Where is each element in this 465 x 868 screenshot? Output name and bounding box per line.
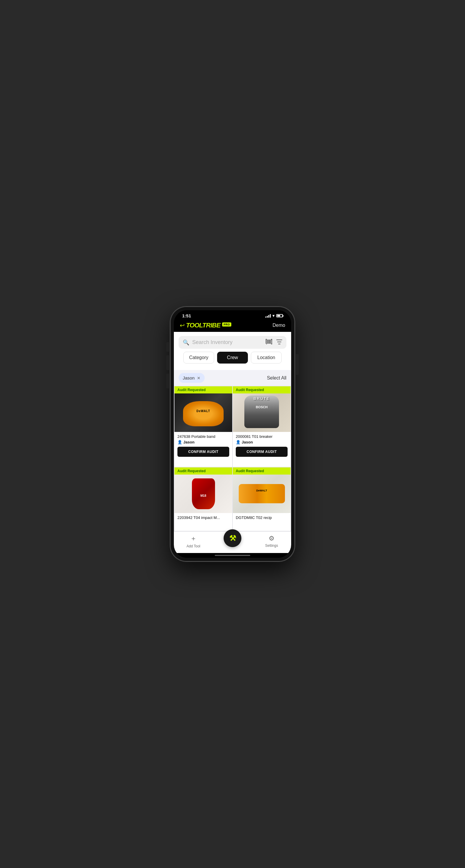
side-buttons-right xyxy=(296,354,299,375)
filter-tags-row: Jason ✕ Select All xyxy=(174,370,291,386)
svg-rect-4 xyxy=(269,340,269,344)
card-title-4: DGTDM8C T02 recip xyxy=(236,516,288,520)
audit-badge-1: Audit Requested xyxy=(174,386,232,394)
audit-badge-3: Audit Requested xyxy=(174,467,232,474)
user-icon-1: 👤 xyxy=(177,440,182,444)
volume-up-button xyxy=(166,355,169,370)
home-logo-icon: ⚒ xyxy=(229,534,236,543)
tab-crew[interactable]: Crew xyxy=(217,352,248,364)
home-button[interactable]: ⚒ xyxy=(224,529,241,547)
nav-settings[interactable]: ⚙ Settings xyxy=(252,535,291,548)
search-input[interactable]: Search Inventory xyxy=(192,339,263,345)
pro-badge: PRO xyxy=(222,322,231,327)
add-icon: ＋ xyxy=(190,534,197,543)
battery-icon xyxy=(276,314,283,317)
svg-rect-0 xyxy=(266,340,266,344)
svg-rect-10 xyxy=(277,342,281,342)
phone-screen: 1:51 ▾ ↩ TOOLTRIBE PRO Demo xyxy=(174,310,291,558)
tab-category[interactable]: Category xyxy=(183,352,214,364)
inventory-card-2: Audit Requested BRUTE 2000081 T01 breake… xyxy=(233,386,291,467)
nav-center: ⚒ xyxy=(213,535,252,547)
power-button xyxy=(296,354,299,375)
settings-label: Settings xyxy=(265,544,278,548)
inventory-card-1: Audit Requested 247638 Portable band 👤 J… xyxy=(174,386,232,467)
logo-text: TOOLTRIBE xyxy=(186,322,220,329)
card-info-2: 2000081 T01 breaker 👤 Jason CONFIRM AUDI… xyxy=(233,432,291,467)
card-image-1 xyxy=(174,394,232,432)
card-image-2: BRUTE xyxy=(233,394,291,432)
svg-rect-9 xyxy=(276,340,282,340)
app-logo: ↩ TOOLTRIBE PRO xyxy=(180,322,231,329)
filter-icon[interactable] xyxy=(276,339,282,346)
brute-label: BRUTE xyxy=(254,396,270,401)
tab-location[interactable]: Location xyxy=(251,352,282,364)
inventory-card-3: Audit Requested 2203942 T04 impact M... xyxy=(174,467,232,531)
card-title-1: 247638 Portable band xyxy=(177,434,229,439)
settings-icon: ⚙ xyxy=(269,535,274,542)
confirm-audit-button-1[interactable]: CONFIRM AUDIT xyxy=(177,447,229,457)
add-tool-label: Add Tool xyxy=(186,544,200,548)
card-info-1: 247638 Portable band 👤 Jason CONFIRM AUD… xyxy=(174,432,232,467)
inventory-card-4: Audit Requested DGTDM8C T02 recip xyxy=(233,467,291,531)
user-icon-2: 👤 xyxy=(236,440,240,444)
active-filter-tag[interactable]: Jason ✕ xyxy=(179,373,205,383)
search-icon: 🔍 xyxy=(183,339,189,346)
card-image-4 xyxy=(233,474,291,513)
signal-icon xyxy=(265,314,271,318)
wifi-icon: ▾ xyxy=(272,313,274,318)
mute-button xyxy=(166,342,169,352)
nav-add-tool[interactable]: ＋ Add Tool xyxy=(174,534,213,548)
audit-badge-4: Audit Requested xyxy=(233,467,291,474)
card-title-3: 2203942 T04 impact M... xyxy=(177,516,229,520)
inventory-grid: Audit Requested 247638 Portable band 👤 J… xyxy=(174,386,291,531)
card-info-3: 2203942 T04 impact M... xyxy=(174,513,232,531)
card-assignee-1: 👤 Jason xyxy=(177,440,229,444)
select-all-button[interactable]: Select All xyxy=(267,375,286,381)
demo-label: Demo xyxy=(272,323,285,328)
search-actions xyxy=(266,339,282,346)
search-section: 🔍 Search Inventory xyxy=(174,332,291,370)
status-time: 1:51 xyxy=(182,313,191,318)
volume-down-button xyxy=(166,374,169,389)
card-info-4: DGTDM8C T02 recip xyxy=(233,513,291,531)
svg-rect-5 xyxy=(270,340,270,344)
audit-badge-2: Audit Requested xyxy=(233,386,291,394)
home-indicator xyxy=(174,553,291,558)
app-header: ↩ TOOLTRIBE PRO Demo xyxy=(174,319,291,332)
confirm-audit-button-2[interactable]: CONFIRM AUDIT xyxy=(236,447,288,457)
app-content: 🔍 Search Inventory xyxy=(174,332,291,531)
card-title-2: 2000081 T01 breaker xyxy=(236,434,288,439)
notch xyxy=(215,310,250,319)
filter-tag-label: Jason xyxy=(183,375,195,380)
svg-rect-6 xyxy=(270,340,271,344)
search-bar[interactable]: 🔍 Search Inventory xyxy=(179,336,286,349)
assignee-name-1: Jason xyxy=(183,440,195,444)
side-buttons-left xyxy=(166,342,169,389)
home-bar xyxy=(215,555,250,556)
filter-tabs: Category Crew Location xyxy=(179,352,286,367)
svg-rect-11 xyxy=(278,344,281,344)
card-assignee-2: 👤 Jason xyxy=(236,440,288,444)
phone-frame: 1:51 ▾ ↩ TOOLTRIBE PRO Demo xyxy=(170,307,295,561)
assignee-name-2: Jason xyxy=(242,440,253,444)
bottom-nav: ＋ Add Tool ⚒ ⚙ Settings xyxy=(174,531,291,553)
battery-fill xyxy=(277,315,280,316)
svg-rect-8 xyxy=(272,340,272,344)
card-image-3 xyxy=(174,474,232,513)
logo-arrow-icon: ↩ xyxy=(180,322,185,329)
status-icons: ▾ xyxy=(265,313,283,318)
filter-tag-close-icon[interactable]: ✕ xyxy=(197,376,201,380)
barcode-icon[interactable] xyxy=(266,339,272,346)
svg-rect-3 xyxy=(268,340,268,344)
svg-rect-2 xyxy=(267,340,268,344)
